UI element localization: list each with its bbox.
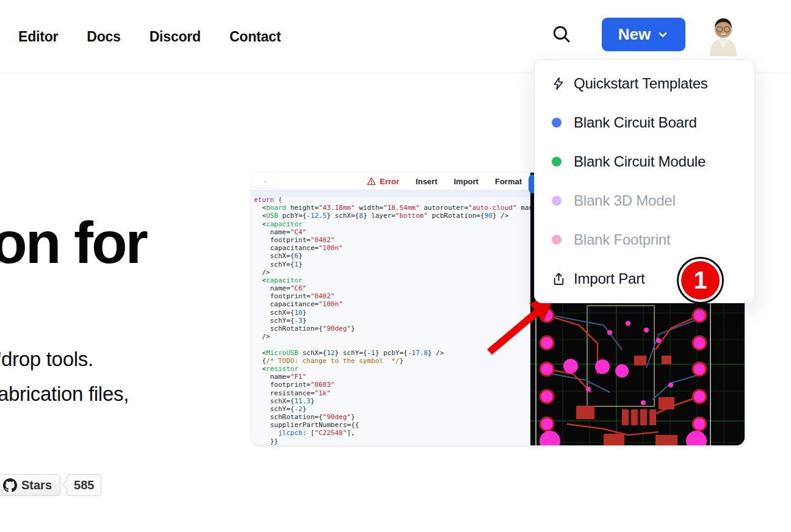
code-line: schY={-2} [254,405,530,413]
code-line: footprint="0603" [254,381,530,389]
search-icon [551,24,572,45]
code-line: /> [254,268,530,276]
code-line: jlcpcb: ["C22548"], [254,429,530,437]
stars-label: Stars [21,478,52,492]
code-line: }} [254,437,530,445]
code-line: <resistor [254,365,530,373]
nav-links: EditorDocsDiscordContact [18,0,281,73]
error-indicator[interactable]: Error [367,177,399,186]
nav-link-contact[interactable]: Contact [229,29,281,45]
code-line: footprint="0402" [254,236,530,244]
hero-body-line-2: abrication files, [0,376,129,411]
lightning-icon [551,76,566,91]
menu-item-label: Blank Circuit Module [574,153,706,170]
avatar-photo [705,15,742,56]
github-stars-widget: Stars 585 [0,474,101,496]
new-dropdown-menu: Quickstart TemplatesBlank Circuit BoardB… [534,59,755,303]
menu-item-label: Import Part [574,270,645,287]
menu-item-blank-3d-model[interactable]: Blank 3D Model [535,181,754,220]
code-line: schRotation={"90deg"} [254,413,530,421]
menu-item-label: Blank Footprint [574,231,670,248]
warning-triangle-icon [367,177,376,185]
hero-heading-fragment: on for [0,212,146,274]
upload-icon [551,271,566,287]
chevron-down-icon [657,29,669,41]
user-avatar[interactable] [705,15,742,56]
code-line: resistance="1k" [254,389,530,397]
nav-link-discord[interactable]: Discord [150,29,201,45]
error-label: Error [380,177,399,186]
menu-item-blank-circuit-board[interactable]: Blank Circuit Board [535,103,754,142]
new-button-label: New [618,25,651,44]
code-line: schX={6} [254,252,530,260]
color-dot-icon [552,118,562,128]
menu-item-quickstart-templates[interactable]: Quickstart Templates [535,64,754,103]
code-line: <USB pcbY={-12.5} schX={8} layer="bottom… [254,212,530,220]
hero-body-text: 'drop tools. abrication files, [0,342,129,411]
hero-body-line-1: 'drop tools. [0,342,129,376]
annotation-badge: 1 [677,257,724,304]
nav-link-docs[interactable]: Docs [87,29,120,45]
search-button[interactable] [551,24,573,46]
code-line: schY={1} [254,261,530,268]
new-button[interactable]: New [602,18,685,51]
import-menu[interactable]: Import [453,177,478,186]
menu-item-label: Blank Circuit Board [574,114,697,131]
color-dot-icon [552,196,562,206]
color-dot-icon [552,235,562,245]
code-line: name="F1" [254,373,530,381]
menu-item-label: Quickstart Templates [574,75,708,92]
code-line: <capacitor [254,220,530,228]
color-dot-icon [552,157,562,167]
code-line: name="C4" [254,228,530,236]
annotation-badge-number: 1 [681,261,720,300]
code-line: supplierPartNumbers={{ [254,421,530,429]
menu-item-blank-circuit-module[interactable]: Blank Circuit Module [535,142,754,181]
stars-count-wrap: 585 [67,474,101,496]
menu-item-label: Blank 3D Model [574,192,676,209]
code-line: <capacitor [254,276,530,284]
collapse-tab[interactable]: ⌄ [253,173,277,188]
editor-toolbar: Error Insert Import Format [251,173,530,190]
code-line: schX={11.3} [254,397,530,405]
nav-link-editor[interactable]: Editor [18,29,58,45]
insert-menu[interactable]: Insert [416,177,437,186]
github-stars-button[interactable]: Stars [0,474,60,496]
collapse-tab-glyph: ⌄ [262,178,267,184]
stars-count[interactable]: 585 [67,474,101,496]
code-line: {/* TODO: change to the symbol */} [254,357,530,365]
page: eturn ( <board height="43.18mm" width="1… [0,0,791,532]
github-octocat-icon [3,478,17,492]
menu-item-blank-footprint[interactable]: Blank Footprint [535,220,754,259]
format-button[interactable]: Format [495,177,522,186]
code-line: eturn ( [254,196,530,204]
code-line: <board height="43.18mm" width="18.54mm" … [254,204,530,212]
code-line: capacitance="100n" [254,244,530,252]
